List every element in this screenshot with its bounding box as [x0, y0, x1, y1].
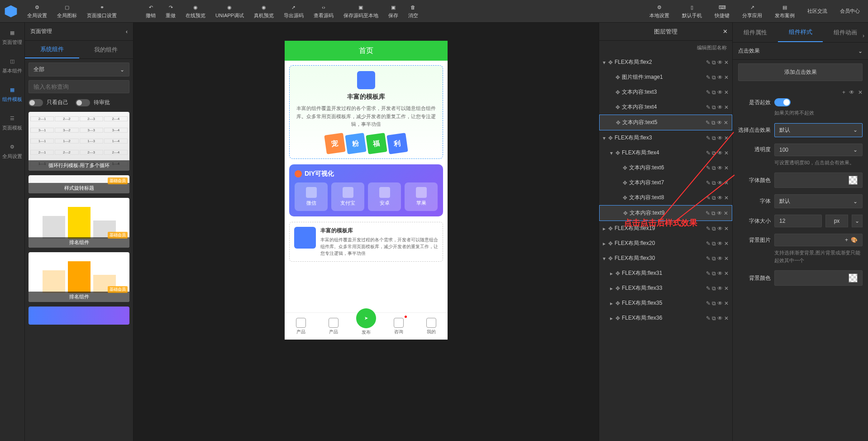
tb-save-local[interactable]: ▣保存源码至本地 [339, 1, 383, 21]
tb-community[interactable]: 社区交流 [803, 1, 832, 21]
ls-basic-comp[interactable]: ◫基本组件 [0, 51, 24, 80]
tab-product2[interactable]: 产品 [317, 313, 350, 340]
copy-icon[interactable]: ⧉ [712, 195, 716, 201]
tb-preview[interactable]: ◉在线预览 [181, 1, 210, 21]
visibility-icon[interactable]: 👁 [717, 74, 723, 81]
copy-icon[interactable]: ⧉ [712, 240, 716, 247]
delete-icon[interactable]: ✕ [724, 89, 729, 96]
edit-icon[interactable]: ✎ [706, 180, 711, 186]
copy-icon[interactable]: ⧉ [712, 135, 716, 141]
delete-icon[interactable]: ✕ [724, 240, 729, 247]
expand-toggle[interactable]: ▾ [603, 255, 608, 262]
delete-icon[interactable]: ✕ [724, 285, 729, 292]
diy-android[interactable]: 安卓 [368, 182, 401, 211]
layer-row[interactable]: ▸ ✥ FLEX布局:flex19 ✎ ⧉ 👁 ✕ [599, 221, 732, 236]
visibility-icon[interactable]: 👁 [717, 315, 723, 321]
font-select[interactable]: 默认⌄ [774, 194, 863, 208]
opacity-select[interactable]: 100⌄ [774, 144, 863, 156]
layer-row[interactable]: ✥ 图片组件:image1 ✎ ⧉ 👁 ✕ [599, 70, 732, 85]
tab-comp-anim[interactable]: 组件动画 [823, 23, 868, 42]
tb-global-settings[interactable]: ⚙全局设置 [23, 1, 52, 21]
edit-icon[interactable]: ✎ [706, 150, 711, 156]
copy-icon[interactable]: ⧉ [712, 255, 716, 262]
visibility-icon[interactable]: 👁 [717, 89, 723, 96]
delete-icon[interactable]: ✕ [724, 59, 729, 66]
template-item[interactable]: 排名组件 基础会员 [29, 252, 129, 302]
tb-clear[interactable]: 🗑消空 [404, 1, 423, 21]
visibility-icon[interactable]: 👁 [717, 285, 723, 292]
drag-handle-icon[interactable]: ✥ [615, 89, 622, 96]
layer-row[interactable]: ▸ ✥ FLEX布局:flex36 ✎ ⧉ 👁 ✕ [599, 311, 732, 326]
visibility-icon[interactable]: 👁 [717, 240, 723, 247]
delete-icon[interactable]: ✕ [724, 165, 729, 171]
copy-icon[interactable]: ⧉ [712, 74, 716, 81]
visibility-icon[interactable]: 👁 [717, 300, 723, 307]
stepper[interactable]: ⌄ [852, 215, 863, 227]
template-item[interactable]: 样式旋转标题 基础会员 [29, 175, 129, 193]
tb-uniapp-debug[interactable]: ◉UNIAPP调试 [211, 1, 248, 21]
color-swatch[interactable] [849, 176, 858, 185]
ls-comp-template[interactable]: ▦组件模板 [0, 80, 24, 108]
diamond-item[interactable]: 福 [366, 133, 387, 154]
drag-handle-icon[interactable]: ✥ [608, 255, 615, 262]
expand-toggle[interactable]: ▸ [610, 300, 615, 307]
edit-icon[interactable]: ✎ [706, 225, 711, 232]
visibility-icon[interactable]: 👁 [717, 104, 723, 110]
copy-icon[interactable]: ⧉ [711, 210, 715, 216]
copy-icon[interactable]: ⧉ [712, 165, 716, 171]
edit-icon[interactable]: ✎ [706, 255, 711, 262]
copy-icon[interactable]: ⧉ [712, 270, 716, 277]
layer-row[interactable]: ✥ 文本内容:text4 ✎ ⧉ 👁 ✕ [599, 100, 732, 115]
drag-handle-icon[interactable]: ✥ [615, 150, 622, 156]
section-click-effect[interactable]: 点击效果 ⌄ [733, 43, 868, 60]
visibility-icon[interactable]: 👁 [849, 89, 854, 96]
diy-apple[interactable]: 苹果 [405, 182, 438, 211]
tb-local-settings[interactable]: ⚙本地设置 [645, 1, 674, 21]
search-input[interactable] [29, 80, 129, 93]
copy-icon[interactable]: ⧉ [712, 59, 716, 66]
drag-handle-icon[interactable]: ✥ [615, 104, 622, 110]
tab-mine[interactable]: 我的 [415, 313, 448, 340]
visibility-icon[interactable]: 👁 [717, 210, 722, 216]
diy-wechat[interactable]: 微信 [295, 182, 328, 211]
edit-icon[interactable]: ✎ [706, 104, 711, 110]
ls-page-template[interactable]: ☰页面模板 [0, 108, 24, 137]
copy-icon[interactable]: ⧉ [712, 285, 716, 292]
expand-toggle[interactable]: ▾ [603, 59, 608, 66]
drag-handle-icon[interactable]: ✥ [623, 165, 629, 171]
template-item[interactable]: 2---12---22---32---4 3---13---23---33---… [29, 112, 129, 171]
copy-icon[interactable]: ⧉ [712, 180, 716, 186]
edit-icon[interactable]: ✎ [706, 300, 711, 307]
copy-icon[interactable]: ⧉ [712, 104, 716, 110]
visibility-icon[interactable]: 👁 [717, 135, 723, 141]
unit-select[interactable]: px [825, 215, 848, 227]
drag-handle-icon[interactable]: ✥ [623, 195, 629, 201]
tb-redo[interactable]: ↷重做 [161, 1, 180, 21]
expand-icon[interactable]: › [863, 33, 864, 39]
layer-row[interactable]: ✥ 文本内容:text7 ✎ ⧉ 👁 ✕ [599, 175, 732, 190]
layer-row[interactable]: ✥ 文本内容:text5 ✎ ⧉ 👁 ✕ [599, 115, 732, 130]
bg-image-input[interactable]: +🎨 [774, 234, 863, 246]
tb-undo[interactable]: ↶撤销 [141, 1, 160, 21]
copy-icon[interactable]: ⧉ [712, 315, 716, 321]
tb-publish[interactable]: ▤发布案例 [770, 1, 799, 21]
edit-icon[interactable]: ✎ [706, 135, 711, 141]
delete-icon[interactable]: ✕ [724, 120, 728, 126]
layer-row[interactable]: ✥ 文本内容:text6 ✎ ⧉ 👁 ✕ [599, 160, 732, 175]
delete-icon[interactable]: ✕ [724, 74, 729, 81]
visibility-icon[interactable]: 👁 [717, 165, 723, 171]
layer-row[interactable]: ▾ ✥ FLEX布局:flex30 ✎ ⧉ 👁 ✕ [599, 251, 732, 266]
visibility-icon[interactable]: 👁 [717, 59, 723, 66]
visibility-icon[interactable]: 👁 [717, 120, 722, 126]
drag-handle-icon[interactable]: ✥ [615, 300, 622, 307]
tb-global-icon[interactable]: ▢全局图标 [52, 1, 81, 21]
tb-device-preview[interactable]: ◉真机预览 [249, 1, 278, 21]
add-effect-button[interactable]: 添加点击效果 [738, 63, 863, 81]
edit-icon[interactable]: ✎ [706, 59, 711, 66]
expand-toggle[interactable]: ▾ [603, 135, 608, 141]
drag-handle-icon[interactable]: ✥ [608, 135, 615, 141]
add-icon[interactable]: + [845, 237, 848, 243]
layer-row[interactable]: ▾ ✥ FLEX布局:flex3 ✎ ⧉ 👁 ✕ [599, 130, 732, 145]
close-icon[interactable]: ✕ [723, 28, 728, 35]
layer-row[interactable]: ▸ ✥ FLEX布局:flex31 ✎ ⧉ 👁 ✕ [599, 266, 732, 281]
